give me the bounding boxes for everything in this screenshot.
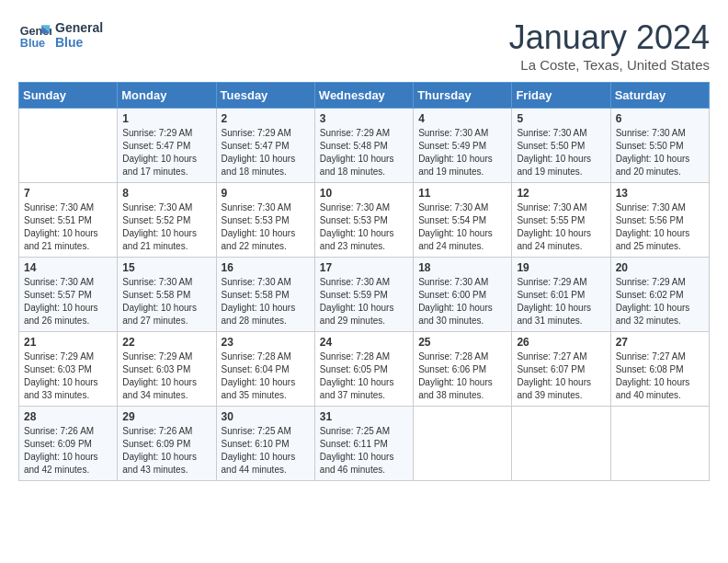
day-number: 10 [320, 187, 408, 200]
day-info: Sunrise: 7:29 AMSunset: 6:03 PMDaylight:… [122, 350, 210, 402]
col-header-monday: Monday [118, 83, 216, 109]
day-info: Sunrise: 7:30 AMSunset: 5:55 PMDaylight:… [517, 201, 605, 253]
day-cell: 2Sunrise: 7:29 AMSunset: 5:47 PMDaylight… [216, 109, 314, 183]
day-cell: 19Sunrise: 7:29 AMSunset: 6:01 PMDayligh… [512, 258, 610, 332]
day-info: Sunrise: 7:30 AMSunset: 5:53 PMDaylight:… [222, 201, 310, 253]
day-cell [19, 109, 118, 183]
day-cell: 5Sunrise: 7:30 AMSunset: 5:50 PMDaylight… [512, 109, 610, 183]
day-cell: 20Sunrise: 7:29 AMSunset: 6:02 PMDayligh… [610, 258, 709, 332]
week-row-4: 21Sunrise: 7:29 AMSunset: 6:03 PMDayligh… [19, 332, 710, 407]
day-info: Sunrise: 7:28 AMSunset: 6:04 PMDaylight:… [222, 350, 310, 402]
logo-text-line2: Blue [55, 35, 103, 50]
day-info: Sunrise: 7:30 AMSunset: 5:50 PMDaylight:… [517, 127, 605, 178]
day-info: Sunrise: 7:27 AMSunset: 6:08 PMDaylight:… [616, 350, 704, 402]
day-cell: 7Sunrise: 7:30 AMSunset: 5:51 PMDaylight… [19, 183, 118, 258]
svg-text:Blue: Blue [20, 37, 45, 50]
day-cell: 18Sunrise: 7:30 AMSunset: 6:00 PMDayligh… [414, 258, 512, 332]
day-number: 13 [616, 187, 704, 200]
day-number: 16 [222, 261, 310, 274]
day-info: Sunrise: 7:29 AMSunset: 5:47 PMDaylight:… [122, 127, 210, 178]
day-cell: 31Sunrise: 7:25 AMSunset: 6:11 PMDayligh… [314, 407, 413, 481]
day-cell: 12Sunrise: 7:30 AMSunset: 5:55 PMDayligh… [512, 183, 610, 258]
day-info: Sunrise: 7:30 AMSunset: 5:58 PMDaylight:… [222, 276, 310, 327]
day-cell: 26Sunrise: 7:27 AMSunset: 6:07 PMDayligh… [512, 332, 610, 407]
day-cell: 23Sunrise: 7:28 AMSunset: 6:04 PMDayligh… [216, 332, 314, 407]
day-info: Sunrise: 7:30 AMSunset: 5:52 PMDaylight:… [122, 201, 210, 253]
day-number: 8 [122, 187, 210, 200]
day-number: 7 [24, 187, 112, 200]
day-info: Sunrise: 7:29 AMSunset: 5:48 PMDaylight:… [320, 127, 408, 178]
day-number: 14 [24, 261, 112, 274]
day-cell: 25Sunrise: 7:28 AMSunset: 6:06 PMDayligh… [414, 332, 512, 407]
col-header-wednesday: Wednesday [314, 83, 413, 109]
week-row-3: 14Sunrise: 7:30 AMSunset: 5:57 PMDayligh… [19, 258, 710, 332]
day-number: 9 [222, 187, 310, 200]
day-info: Sunrise: 7:30 AMSunset: 5:59 PMDaylight:… [320, 276, 408, 327]
col-header-tuesday: Tuesday [216, 83, 314, 109]
day-cell: 10Sunrise: 7:30 AMSunset: 5:53 PMDayligh… [314, 183, 413, 258]
day-number: 6 [616, 112, 704, 125]
week-row-5: 28Sunrise: 7:26 AMSunset: 6:09 PMDayligh… [19, 407, 710, 481]
day-cell [512, 407, 610, 481]
day-cell: 21Sunrise: 7:29 AMSunset: 6:03 PMDayligh… [19, 332, 118, 407]
day-number: 17 [320, 261, 408, 274]
day-number: 31 [320, 410, 408, 423]
day-cell: 27Sunrise: 7:27 AMSunset: 6:08 PMDayligh… [610, 332, 709, 407]
day-info: Sunrise: 7:26 AMSunset: 6:09 PMDaylight:… [24, 425, 112, 477]
day-cell: 11Sunrise: 7:30 AMSunset: 5:54 PMDayligh… [414, 183, 512, 258]
day-number: 23 [222, 336, 310, 349]
day-number: 25 [418, 336, 506, 349]
day-number: 22 [122, 336, 210, 349]
day-cell: 3Sunrise: 7:29 AMSunset: 5:48 PMDaylight… [314, 109, 413, 183]
day-info: Sunrise: 7:30 AMSunset: 5:51 PMDaylight:… [24, 201, 112, 253]
day-info: Sunrise: 7:26 AMSunset: 6:09 PMDaylight:… [122, 425, 210, 477]
day-number: 4 [418, 112, 506, 125]
day-number: 19 [517, 261, 605, 274]
day-info: Sunrise: 7:29 AMSunset: 6:02 PMDaylight:… [616, 276, 704, 327]
calendar-header-row: SundayMondayTuesdayWednesdayThursdayFrid… [19, 83, 710, 109]
day-info: Sunrise: 7:28 AMSunset: 6:05 PMDaylight:… [320, 350, 408, 402]
day-cell: 24Sunrise: 7:28 AMSunset: 6:05 PMDayligh… [314, 332, 413, 407]
day-info: Sunrise: 7:30 AMSunset: 5:50 PMDaylight:… [616, 127, 704, 178]
title-block: January 2024 La Coste, Texas, United Sta… [509, 18, 710, 73]
logo-text-line1: General [55, 20, 103, 35]
col-header-thursday: Thursday [414, 83, 512, 109]
day-info: Sunrise: 7:29 AMSunset: 5:47 PMDaylight:… [222, 127, 310, 178]
day-cell [414, 407, 512, 481]
day-number: 27 [616, 336, 704, 349]
day-number: 21 [24, 336, 112, 349]
day-cell: 30Sunrise: 7:25 AMSunset: 6:10 PMDayligh… [216, 407, 314, 481]
page-header: General Blue General Blue January 2024 L… [18, 18, 710, 73]
day-info: Sunrise: 7:29 AMSunset: 6:01 PMDaylight:… [517, 276, 605, 327]
day-number: 5 [517, 112, 605, 125]
day-cell: 14Sunrise: 7:30 AMSunset: 5:57 PMDayligh… [19, 258, 118, 332]
day-number: 18 [418, 261, 506, 274]
day-cell: 22Sunrise: 7:29 AMSunset: 6:03 PMDayligh… [118, 332, 216, 407]
day-cell: 16Sunrise: 7:30 AMSunset: 5:58 PMDayligh… [216, 258, 314, 332]
day-info: Sunrise: 7:30 AMSunset: 5:49 PMDaylight:… [418, 127, 506, 178]
day-number: 29 [122, 410, 210, 423]
day-info: Sunrise: 7:30 AMSunset: 5:57 PMDaylight:… [24, 276, 112, 327]
col-header-friday: Friday [512, 83, 610, 109]
calendar-subtitle: La Coste, Texas, United States [509, 57, 710, 73]
calendar-table: SundayMondayTuesdayWednesdayThursdayFrid… [18, 82, 710, 481]
day-cell: 4Sunrise: 7:30 AMSunset: 5:49 PMDaylight… [414, 109, 512, 183]
day-info: Sunrise: 7:29 AMSunset: 6:03 PMDaylight:… [24, 350, 112, 402]
col-header-sunday: Sunday [19, 83, 118, 109]
day-info: Sunrise: 7:30 AMSunset: 5:56 PMDaylight:… [616, 201, 704, 253]
day-info: Sunrise: 7:30 AMSunset: 5:53 PMDaylight:… [320, 201, 408, 253]
day-info: Sunrise: 7:25 AMSunset: 6:10 PMDaylight:… [222, 425, 310, 477]
day-number: 24 [320, 336, 408, 349]
day-number: 26 [517, 336, 605, 349]
day-info: Sunrise: 7:30 AMSunset: 6:00 PMDaylight:… [418, 276, 506, 327]
day-number: 1 [122, 112, 210, 125]
day-cell: 8Sunrise: 7:30 AMSunset: 5:52 PMDaylight… [118, 183, 216, 258]
day-info: Sunrise: 7:28 AMSunset: 6:06 PMDaylight:… [418, 350, 506, 402]
day-cell: 29Sunrise: 7:26 AMSunset: 6:09 PMDayligh… [118, 407, 216, 481]
day-cell: 9Sunrise: 7:30 AMSunset: 5:53 PMDaylight… [216, 183, 314, 258]
week-row-2: 7Sunrise: 7:30 AMSunset: 5:51 PMDaylight… [19, 183, 710, 258]
logo: General Blue General Blue [18, 18, 103, 52]
day-cell: 6Sunrise: 7:30 AMSunset: 5:50 PMDaylight… [610, 109, 709, 183]
day-number: 2 [222, 112, 310, 125]
day-number: 15 [122, 261, 210, 274]
